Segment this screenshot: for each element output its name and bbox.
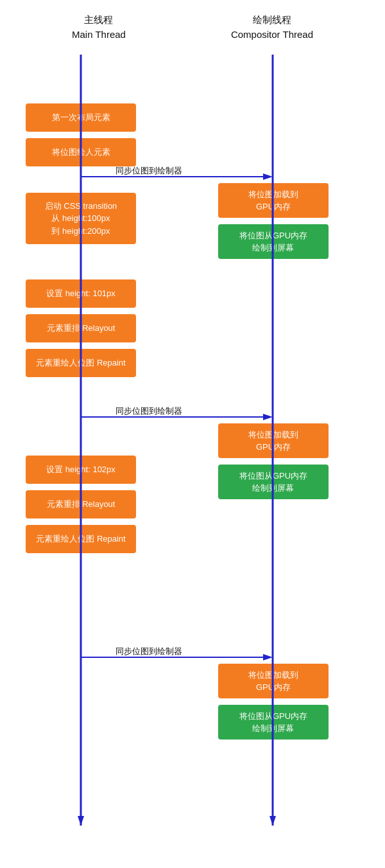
compositor-block-1: 将位图加载到GPU内存 bbox=[218, 183, 329, 218]
main-block-7: 设置 height: 102px bbox=[26, 456, 136, 484]
diagram-container: 主线程 Main Thread 绘制线程 Compositor Thread bbox=[0, 0, 385, 868]
main-block-6: 元素重绘人位图 Repaint bbox=[26, 349, 136, 377]
compositor-thread-header: 绘制线程 Compositor Thread bbox=[231, 13, 313, 42]
compositor-block-4: 将位图从GPU内存绘制到屏幕 bbox=[218, 465, 329, 499]
compositor-thread-en: Compositor Thread bbox=[231, 28, 313, 42]
main-thread-en: Main Thread bbox=[72, 28, 126, 42]
compositor-thread-zh: 绘制线程 bbox=[231, 13, 313, 28]
main-block-9: 元素重绘人位图 Repaint bbox=[26, 525, 136, 553]
main-block-3: 启动 CSS transition从 height:100px到 height:… bbox=[26, 193, 136, 244]
arrow-label-2: 同步位图到绘制器 bbox=[116, 405, 182, 417]
arrow-label-1: 同步位图到绘制器 bbox=[116, 165, 182, 177]
main-block-4: 设置 height: 101px bbox=[26, 279, 136, 308]
full-diagram: 同步位图到绘制器 同步位图到绘制器 同步位图到绘制器 第一次布局元素 将位图绘人… bbox=[13, 55, 372, 826]
main-block-5: 元素重排 Relayout bbox=[26, 314, 136, 342]
svg-marker-7 bbox=[263, 654, 273, 660]
main-block-8: 元素重排 Relayout bbox=[26, 490, 136, 518]
arrow-label-3: 同步位图到绘制器 bbox=[116, 646, 182, 657]
header-area: 主线程 Main Thread 绘制线程 Compositor Thread bbox=[0, 13, 385, 42]
main-thread-zh: 主线程 bbox=[72, 13, 126, 28]
compositor-block-3: 将位图加载到GPU内存 bbox=[218, 423, 329, 458]
compositor-block-5: 将位图加载到GPU内存 bbox=[218, 664, 329, 698]
main-block-2: 将位图绘人元素 bbox=[26, 138, 136, 166]
compositor-block-6: 将位图从GPU内存绘制到屏幕 bbox=[218, 705, 329, 740]
svg-marker-3 bbox=[263, 173, 273, 180]
svg-marker-8 bbox=[78, 816, 84, 826]
svg-marker-9 bbox=[270, 816, 276, 826]
compositor-block-2: 将位图从GPU内存绘制到屏幕 bbox=[218, 224, 329, 259]
svg-marker-5 bbox=[263, 414, 273, 420]
main-thread-header: 主线程 Main Thread bbox=[72, 13, 126, 42]
main-block-1: 第一次布局元素 bbox=[26, 103, 136, 132]
